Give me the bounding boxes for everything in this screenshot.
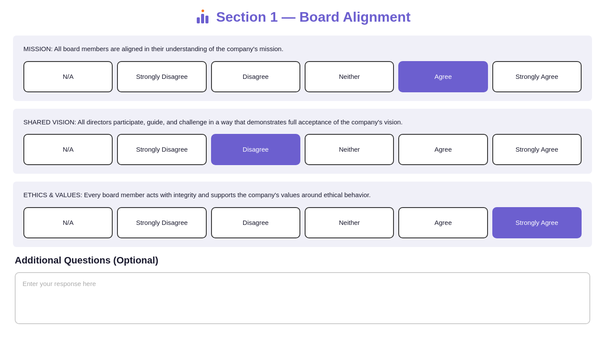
question-block-mission: MISSION: All board members are aligned i… [13,36,592,101]
page-container: Section 1 — Board Alignment MISSION: All… [0,0,605,364]
option-btn-shared_vision-strongly-disagree[interactable]: Strongly Disagree [117,134,206,165]
option-btn-shared_vision-agree[interactable]: Agree [398,134,488,165]
page-header: Section 1 — Board Alignment [13,9,592,25]
additional-questions-section: Additional Questions (Optional) [13,255,592,326]
option-btn-shared_vision-neither[interactable]: Neither [305,134,394,165]
svg-rect-3 [205,16,208,23]
svg-rect-1 [197,17,200,23]
options-row-ethics_values: N/AStrongly DisagreeDisagreeNeitherAgree… [23,207,582,238]
question-text-ethics_values: ETHICS & VALUES: Every board member acts… [23,190,582,200]
additional-questions-title: Additional Questions (Optional) [15,255,590,266]
additional-response-textarea[interactable] [15,272,590,324]
page-title: Section 1 — Board Alignment [216,9,411,25]
option-btn-ethics_values-disagree[interactable]: Disagree [211,207,300,238]
svg-point-0 [202,10,204,12]
option-btn-shared_vision-n/a[interactable]: N/A [23,134,113,165]
option-btn-ethics_values-strongly-disagree[interactable]: Strongly Disagree [117,207,206,238]
options-row-shared_vision: N/AStrongly DisagreeDisagreeNeitherAgree… [23,134,582,165]
option-btn-ethics_values-agree[interactable]: Agree [398,207,488,238]
question-text-shared_vision: SHARED VISION: All directors participate… [23,117,582,127]
option-btn-shared_vision-strongly-agree[interactable]: Strongly Agree [492,134,582,165]
option-btn-mission-strongly-agree[interactable]: Strongly Agree [492,61,582,92]
questions-container: MISSION: All board members are aligned i… [13,36,592,247]
option-btn-mission-neither[interactable]: Neither [305,61,394,92]
question-block-ethics_values: ETHICS & VALUES: Every board member acts… [13,182,592,247]
option-btn-mission-strongly-disagree[interactable]: Strongly Disagree [117,61,206,92]
option-btn-mission-n/a[interactable]: N/A [23,61,113,92]
options-row-mission: N/AStrongly DisagreeDisagreeNeitherAgree… [23,61,582,92]
option-btn-shared_vision-disagree[interactable]: Disagree [211,134,300,165]
option-btn-mission-disagree[interactable]: Disagree [211,61,300,92]
option-btn-ethics_values-neither[interactable]: Neither [305,207,394,238]
option-btn-ethics_values-strongly-agree[interactable]: Strongly Agree [492,207,582,238]
question-block-shared_vision: SHARED VISION: All directors participate… [13,109,592,174]
bar-chart-icon [195,9,211,25]
option-btn-mission-agree[interactable]: Agree [398,61,488,92]
svg-rect-2 [201,14,204,23]
question-text-mission: MISSION: All board members are aligned i… [23,44,582,54]
option-btn-ethics_values-n/a[interactable]: N/A [23,207,113,238]
